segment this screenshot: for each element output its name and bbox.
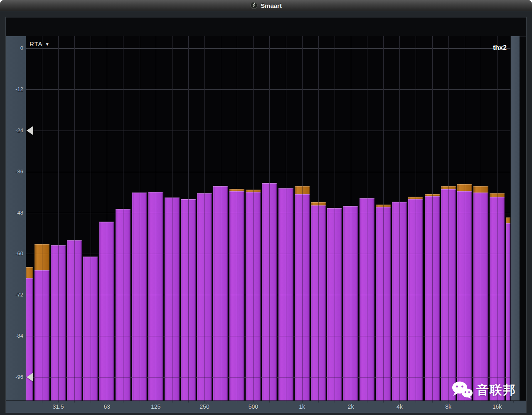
- gridline-vertical-overlay: [221, 36, 221, 400]
- x-axis-label: 2k: [348, 403, 354, 410]
- x-axis-tick: [58, 401, 59, 403]
- x-axis-label: 31.5: [52, 403, 64, 410]
- rta-peak-hold-cap: [26, 267, 33, 278]
- x-axis-tick: [335, 401, 335, 403]
- x-axis-label: 63: [104, 403, 111, 410]
- y-axis-label: -72: [15, 291, 23, 298]
- gridline-vertical-overlay: [107, 36, 107, 400]
- x-axis-tick: [448, 401, 449, 403]
- rta-band-bar: [26, 278, 33, 400]
- x-axis-tick: [383, 401, 384, 403]
- x-axis-tick: [156, 401, 156, 403]
- gridline-vertical-overlay: [399, 36, 400, 400]
- gridline-horizontal-overlay: [26, 336, 510, 336]
- x-axis-tick: [269, 401, 270, 403]
- gridline-vertical-overlay: [140, 36, 140, 400]
- gridline-vertical-overlay: [335, 36, 335, 400]
- x-axis-tick: [91, 401, 91, 403]
- x-axis-tick: [107, 401, 107, 403]
- right-scrollbar-strip[interactable]: [510, 36, 520, 400]
- x-axis-strip[interactable]: 31.5631252505001k2k4k8k16k: [6, 400, 526, 413]
- y-axis-label: -60: [15, 250, 23, 257]
- gridline-vertical-overlay: [432, 36, 433, 400]
- gridline-vertical-overlay: [302, 36, 303, 400]
- level-marker-triangle-icon[interactable]: [27, 126, 33, 135]
- x-axis-tick: [26, 401, 26, 403]
- x-axis-tick: [123, 401, 123, 403]
- wechat-icon: [451, 381, 473, 399]
- x-axis-tick: [286, 401, 286, 403]
- gridline-vertical-overlay: [367, 36, 367, 400]
- gridline-horizontal-overlay: [26, 295, 510, 295]
- window-title: Smaart: [261, 2, 282, 9]
- watermark-text: 音联邦: [476, 382, 516, 399]
- y-axis-label: -12: [15, 86, 23, 93]
- gridline-vertical-overlay: [465, 36, 465, 400]
- gridline-vertical-overlay: [188, 36, 189, 400]
- gridline-vertical-overlay: [74, 36, 75, 400]
- x-axis-tick: [237, 401, 237, 403]
- x-axis-tick: [416, 401, 416, 403]
- x-axis-tick: [253, 401, 254, 403]
- x-axis-label: 8k: [445, 403, 451, 410]
- x-axis-tick: [188, 401, 189, 403]
- gridline-vertical-overlay: [237, 36, 237, 400]
- y-axis-label: 0: [20, 45, 23, 52]
- y-axis-label: -24: [15, 127, 23, 134]
- smaart-logo-icon: [250, 2, 258, 9]
- gridline-vertical-overlay: [497, 36, 498, 400]
- gridline-vertical-overlay: [269, 36, 270, 400]
- gridline-vertical-overlay: [351, 36, 351, 400]
- x-axis-tick: [367, 401, 367, 403]
- gridline-vertical-overlay: [253, 36, 254, 400]
- x-axis-tick: [432, 401, 433, 403]
- gridline-horizontal-overlay: [26, 48, 510, 49]
- gridline-vertical-overlay: [318, 36, 319, 400]
- x-axis-tick: [204, 401, 205, 403]
- x-axis-label: 125: [151, 403, 160, 410]
- gridline-vertical-overlay: [91, 36, 91, 400]
- rta-mode-dropdown[interactable]: RTA ▼: [30, 40, 50, 47]
- y-axis-label: -84: [15, 333, 23, 339]
- gridline-vertical-overlay: [204, 36, 205, 400]
- x-axis-tick: [481, 401, 481, 403]
- toolbar: [6, 17, 526, 37]
- gridline-vertical-overlay: [383, 36, 384, 400]
- x-axis-tick: [42, 401, 42, 403]
- x-axis-tick: [221, 401, 221, 403]
- gridline-vertical-overlay: [123, 36, 123, 400]
- gridline-vertical-overlay: [416, 36, 416, 400]
- gridline-vertical-overlay: [172, 36, 172, 400]
- gridline-vertical-overlay: [286, 36, 286, 400]
- y-axis-label: -36: [15, 168, 23, 175]
- chevron-down-icon: ▼: [45, 42, 50, 47]
- x-axis-tick: [172, 401, 172, 403]
- x-axis-label: 16k: [493, 403, 502, 410]
- gridline-horizontal-overlay: [26, 213, 510, 213]
- x-axis-tick: [140, 401, 140, 403]
- gridline-vertical-overlay: [481, 36, 481, 400]
- rta-plot-area[interactable]: RTA ▼ thx2: [26, 36, 510, 400]
- gridline-vertical-overlay: [448, 36, 449, 400]
- gridline-vertical-overlay: [58, 36, 59, 400]
- gridline-horizontal-overlay: [26, 172, 510, 172]
- window-titlebar[interactable]: Smaart: [0, 0, 532, 11]
- x-axis-tick: [302, 401, 303, 403]
- gridline-horizontal-overlay: [26, 131, 510, 131]
- x-axis-label: 250: [200, 403, 209, 410]
- x-axis-label: 4k: [397, 403, 403, 410]
- smaart-window: Smaart 0-12-24-36-48-60-72-84-96 RTA ▼ t…: [0, 0, 532, 415]
- x-axis-tick: [74, 401, 75, 403]
- rta-mode-label: RTA: [30, 40, 43, 47]
- rta-band-bar: [506, 223, 510, 400]
- gridline-horizontal-overlay: [26, 89, 510, 90]
- x-axis-tick: [513, 401, 514, 403]
- gridline-vertical-overlay: [156, 36, 156, 400]
- level-marker-triangle-icon[interactable]: [27, 373, 33, 382]
- gridline-horizontal-overlay: [26, 377, 510, 378]
- y-axis-strip[interactable]: 0-12-24-36-48-60-72-84-96: [6, 36, 26, 400]
- x-axis-tick: [318, 401, 319, 403]
- x-axis-tick: [497, 401, 498, 403]
- rta-peak-hold-cap: [506, 217, 510, 223]
- watermark: 音联邦: [451, 381, 516, 399]
